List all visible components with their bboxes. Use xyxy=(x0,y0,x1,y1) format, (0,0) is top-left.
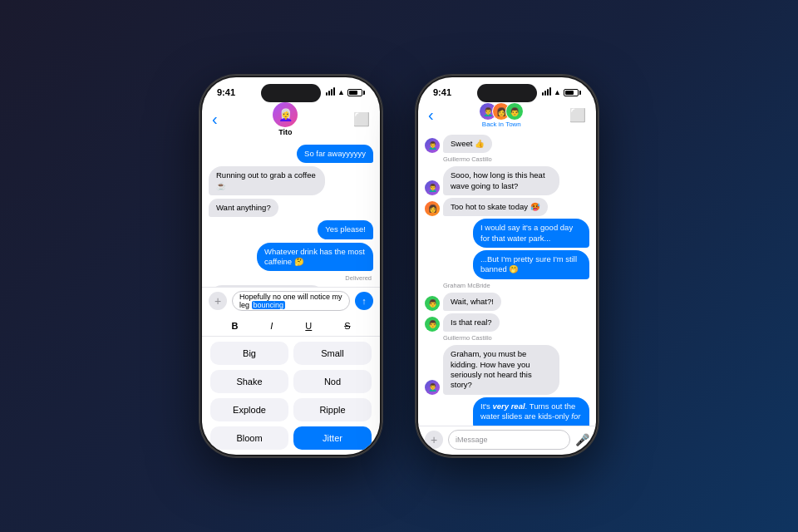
bubble-sent: I would say it's a good day for that wat… xyxy=(473,219,589,248)
effect-small[interactable]: Small xyxy=(293,342,372,365)
dynamic-island-right xyxy=(477,84,537,102)
signal-right xyxy=(542,89,551,96)
avatar-graham: 👨 xyxy=(425,296,440,311)
message-row: Running out to grab a coffee ☕ xyxy=(209,166,373,195)
message-row: 👨‍🦱 Graham, you must be kidding. How hav… xyxy=(425,345,589,394)
time-right: 9:41 xyxy=(433,87,451,97)
input-area-left: + Hopefully no one will notice my leg bo… xyxy=(202,287,380,316)
video-button-left[interactable]: ⬜ xyxy=(353,111,370,127)
effect-shake[interactable]: Shake xyxy=(210,370,288,393)
message-row: So far awayyyyyy xyxy=(209,145,373,163)
bubble-received: Running out to grab a coffee ☕ xyxy=(209,166,325,195)
video-button-right[interactable]: ⬜ xyxy=(569,107,586,123)
avatar-guillermo-3: 👨‍🦱 xyxy=(425,380,440,395)
battery-right xyxy=(564,89,581,96)
input-row-right: + iMessage 🎤 xyxy=(425,430,589,450)
message-row: 👨‍🦱 Sweet 👍 xyxy=(425,135,589,153)
back-button-right[interactable]: ‹ xyxy=(428,106,434,125)
effect-nod[interactable]: Nod xyxy=(293,370,372,393)
nav-header-left: ‹ 👩‍🦳 Tito ⬜ xyxy=(202,101,380,141)
time-left: 9:41 xyxy=(217,87,235,97)
message-row: 👨 Is that real? xyxy=(425,313,589,332)
message-row: 👨‍🦱 Sooo, how long is this heat wave goi… xyxy=(425,166,589,195)
avatar-graham-2: 👨 xyxy=(425,317,440,332)
effect-jitter[interactable]: Jitter xyxy=(293,426,372,450)
effect-bloom[interactable]: Bloom xyxy=(210,426,288,450)
avatar-guillermo-2: 👨‍🦱 xyxy=(425,180,440,195)
italic-text-2: for a reason xyxy=(480,411,580,426)
bubble-received: Sweet 👍 xyxy=(443,135,492,153)
nav-header-right: ‹ 👨‍🦱 👩 👨 Back in Town ⬜ xyxy=(418,101,596,133)
bubble-received: Too hot to skate today 🥵 xyxy=(443,198,548,216)
bubble-sent: Yes please! xyxy=(318,220,373,239)
bubble-received: Is that real? xyxy=(443,313,500,332)
input-area-right: + iMessage 🎤 xyxy=(418,426,596,455)
bubble-received: Wait, what?! xyxy=(443,293,501,311)
message-row: Whatever drink has the most caffeine 🤔 xyxy=(209,243,373,272)
message-row: I would say it's a good day for that wat… xyxy=(425,219,589,248)
input-placeholder-right: iMessage xyxy=(456,436,488,444)
effect-explode[interactable]: Explode xyxy=(210,398,288,421)
delivered-label: Delivered xyxy=(209,274,372,282)
group-name: Back in Town xyxy=(482,121,521,128)
effect-big[interactable]: Big xyxy=(210,342,288,365)
send-button-left[interactable]: ↑ xyxy=(355,292,373,310)
strikethrough-button[interactable]: S xyxy=(339,319,355,332)
nav-center-left[interactable]: 👩‍🦳 Tito xyxy=(273,102,298,136)
battery-left xyxy=(347,89,365,96)
message-row: Yes please! xyxy=(209,220,373,239)
wifi-right: ▲ xyxy=(554,88,561,96)
bold-button[interactable]: B xyxy=(226,319,243,332)
group-avatar-3: 👨 xyxy=(505,102,524,121)
contact-avatar-left: 👩‍🦳 xyxy=(273,102,298,127)
sender-name-label: Guillermo Castillo xyxy=(443,155,589,163)
plus-button-left[interactable]: + xyxy=(209,292,227,310)
messages-area-right: 👨‍🦱 Sweet 👍 Guillermo Castillo 👨‍🦱 Sooo,… xyxy=(418,133,596,426)
right-phone: 9:41 ▲ xyxy=(416,75,598,457)
message-input-left[interactable]: Hopefully no one will notice my leg boun… xyxy=(232,291,350,311)
wifi-left: ▲ xyxy=(337,88,345,96)
sender-name-graham: Graham McBride xyxy=(443,282,589,289)
italic-button[interactable]: I xyxy=(265,319,278,332)
message-input-right[interactable]: iMessage xyxy=(448,430,570,450)
avatar-guillermo: 👨‍🦱 xyxy=(425,138,440,153)
message-row: 👨 Wait, what?! xyxy=(425,293,589,311)
status-icons-left: ▲ xyxy=(326,88,365,96)
effect-ripple[interactable]: Ripple xyxy=(293,398,372,421)
sender-name-guillermo-2: Guillermo Castillo xyxy=(443,334,589,342)
back-button-left[interactable]: ‹ xyxy=(212,110,218,129)
bubble-sent: Whatever drink has the most caffeine 🤔 xyxy=(257,243,373,272)
bubble-received: Graham, you must be kidding. How have yo… xyxy=(443,345,559,394)
mic-button-right[interactable]: 🎤 xyxy=(575,433,589,446)
contact-name-left: Tito xyxy=(278,128,292,136)
underline-button[interactable]: U xyxy=(300,319,317,332)
input-row-left: + Hopefully no one will notice my leg bo… xyxy=(209,291,373,311)
message-row: Want anything? xyxy=(209,199,373,217)
bubble-sent-formatted: It's very real. Turns out the water slid… xyxy=(473,397,589,426)
bubble-received: Want anything? xyxy=(209,199,278,217)
avatar-skater: 👩 xyxy=(425,201,440,216)
format-toolbar: B I U S xyxy=(202,316,380,337)
message-row: It's very real. Turns out the water slid… xyxy=(425,397,589,426)
effect-grid: Big Small Shake Nod Explode Ripple Bloom… xyxy=(202,337,380,455)
group-avatars: 👨‍🦱 👩 👨 xyxy=(479,102,524,121)
bubble-sent: So far awayyyyyy xyxy=(297,145,373,163)
bubble-sent: ...But I'm pretty sure I'm still banned … xyxy=(473,250,589,279)
italic-text: very real xyxy=(492,401,525,411)
status-icons-right: ▲ xyxy=(542,88,581,96)
plus-button-right[interactable]: + xyxy=(425,431,443,449)
dynamic-island-left xyxy=(261,84,321,102)
left-phone: 9:41 ▲ xyxy=(200,75,382,457)
selected-text: bouncing xyxy=(252,301,286,309)
input-text-left: Hopefully no one will notice my leg boun… xyxy=(239,293,342,309)
bold-text: very real xyxy=(492,401,525,411)
message-row: 👩 Too hot to skate today 🥵 xyxy=(425,198,589,216)
nav-center-right[interactable]: 👨‍🦱 👩 👨 Back in Town xyxy=(479,102,524,128)
bubble-received: Sooo, how long is this heat wave going t… xyxy=(443,166,559,195)
signal-left xyxy=(326,89,335,96)
message-row: ...But I'm pretty sure I'm still banned … xyxy=(425,250,589,279)
messages-area-left: So far awayyyyyy Running out to grab a c… xyxy=(202,141,380,287)
